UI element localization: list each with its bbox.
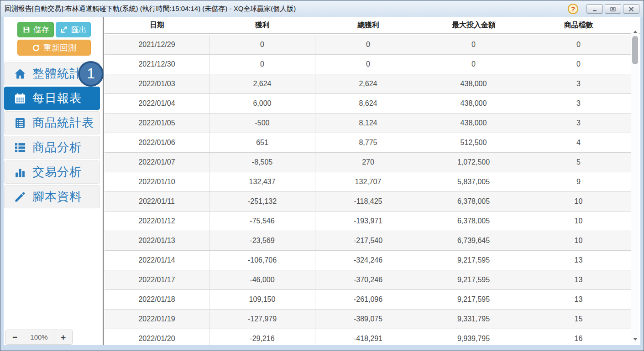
table-cell: 3 xyxy=(526,74,631,93)
save-button[interactable]: 儲存 xyxy=(17,22,54,37)
save-button-label: 儲存 xyxy=(34,25,49,35)
sidebar-item-trade-analysis[interactable]: 交易分析 xyxy=(4,160,100,184)
calendar-icon xyxy=(14,92,26,105)
table-cell: 2021/12/30 xyxy=(105,55,209,74)
daily-report-table: 日期獲利總獲利最大投入金額商品檔數 2021/12/2900002021/12/… xyxy=(105,17,640,345)
table-cell: 2022/01/20 xyxy=(105,329,209,345)
table-cell: 132,707 xyxy=(315,172,421,191)
table-cell: 512,500 xyxy=(421,133,526,152)
table-cell: -500 xyxy=(209,114,315,133)
table-cell: 0 xyxy=(526,35,631,54)
minimize-button[interactable] xyxy=(586,4,603,14)
table-cell: 8,124 xyxy=(315,114,421,133)
table-cell: -75,546 xyxy=(209,212,315,231)
table-cell: 9 xyxy=(526,172,631,191)
table-row: 2022/01/07-8,5052701,072,5005 xyxy=(105,153,631,172)
zoom-out-button[interactable]: − xyxy=(6,330,24,344)
sidebar-item-script-data[interactable]: 腳本資料 xyxy=(4,185,100,208)
table-cell: 13 xyxy=(526,270,631,289)
table-cell: 1,072,500 xyxy=(421,153,526,172)
home-icon xyxy=(14,67,26,80)
column-header: 總獲利 xyxy=(315,21,421,30)
table-cell: 0 xyxy=(209,35,315,54)
scroll-down-arrow[interactable] xyxy=(631,336,639,342)
window-title: 回測報告[自動交易]:布林通道觸碰下軌(系統) (執行時間:15:04:14) … xyxy=(5,5,296,13)
table-cell: 2,624 xyxy=(315,74,421,93)
zoom-level: 100% xyxy=(24,330,54,344)
table-cell: 3 xyxy=(526,94,631,113)
table-cell: 3 xyxy=(526,114,631,133)
table-cell: -389,075 xyxy=(315,310,421,329)
table-cell: 9,217,595 xyxy=(421,270,526,289)
maximize-button[interactable] xyxy=(605,4,621,14)
table-cell: 438,000 xyxy=(421,94,526,113)
chart-icon xyxy=(14,166,26,179)
table-cell: 9,217,595 xyxy=(421,251,526,270)
table-row: 2022/01/17-46,000-370,2469,217,59513 xyxy=(105,270,631,290)
table-cell: 270 xyxy=(315,153,421,172)
table-cell: -324,246 xyxy=(315,251,421,270)
table-row: 2021/12/290000 xyxy=(105,35,631,55)
table-row: 2022/01/032,6242,624438,0003 xyxy=(105,74,631,94)
table-cell: 5,837,005 xyxy=(421,172,526,191)
table-cell: 2022/01/11 xyxy=(105,192,209,211)
table-cell: -106,706 xyxy=(209,251,315,270)
table-cell: -217,540 xyxy=(315,231,421,250)
column-header: 最大投入金額 xyxy=(421,21,526,30)
table-cell: -193,971 xyxy=(315,212,421,231)
table-row: 2022/01/20-29,216-418,2919,939,79516 xyxy=(105,329,631,345)
annotation-badge-1: 1 xyxy=(78,61,104,87)
table-cell: 2,624 xyxy=(209,74,315,93)
sidebar-item-label: 每日報表 xyxy=(32,90,82,106)
table-cell: 13 xyxy=(526,251,631,270)
column-header: 商品檔數 xyxy=(526,21,631,30)
export-button[interactable]: 匯出 xyxy=(56,22,91,37)
zoom-in-button[interactable]: + xyxy=(54,330,72,344)
table-header-row: 日期獲利總獲利最大投入金額商品檔數 xyxy=(105,17,640,34)
table-row: 2022/01/066518,775512,5004 xyxy=(105,133,631,153)
sidebar-item-product-analysis[interactable]: 商品分析 xyxy=(4,136,100,159)
table-cell: 0 xyxy=(315,35,421,54)
refresh-icon xyxy=(32,44,40,52)
table-cell: -29,216 xyxy=(209,329,315,345)
sidebar-item-daily-report[interactable]: 每日報表 xyxy=(4,87,100,110)
sidebar-item-label: 商品統計表 xyxy=(32,115,94,131)
table-cell: -127,979 xyxy=(209,310,315,329)
rerun-backtest-button[interactable]: 重新回測 xyxy=(17,40,91,56)
scrollbar-thumb[interactable] xyxy=(632,36,638,64)
save-floppy-icon xyxy=(22,26,31,34)
table-cell: 132,437 xyxy=(209,172,315,191)
scroll-up-arrow[interactable] xyxy=(631,29,639,35)
sidebar-item-product-stats[interactable]: 商品統計表 xyxy=(4,111,100,134)
restore-icon xyxy=(610,6,616,12)
app-window: 回測報告[自動交易]:布林通道觸碰下軌(系統) (執行時間:15:04:14) … xyxy=(0,0,644,351)
table-cell: 109,150 xyxy=(209,290,315,309)
table-row: 2022/01/14-106,706-324,2469,217,59513 xyxy=(105,251,631,270)
column-header: 獲利 xyxy=(209,21,315,30)
table-cell: 8,775 xyxy=(315,133,421,152)
table-cell: 2022/01/14 xyxy=(105,251,209,270)
sidebar-item-label: 交易分析 xyxy=(32,164,82,180)
table-cell: 651 xyxy=(209,133,315,152)
table-cell: 9,331,795 xyxy=(421,310,526,329)
table-cell: 2022/01/07 xyxy=(105,153,209,172)
table-cell: -8,505 xyxy=(209,153,315,172)
help-button[interactable]: ? xyxy=(568,4,578,14)
table-cell: 6,000 xyxy=(209,94,315,113)
table-row: 2021/12/300000 xyxy=(105,55,631,74)
table-cell: 2022/01/12 xyxy=(105,212,209,231)
table-cell: 2022/01/04 xyxy=(105,94,209,113)
table-row: 2022/01/13-23,569-217,5406,739,64510 xyxy=(105,231,631,251)
table-cell: 2022/01/03 xyxy=(105,74,209,93)
table-cell: 9,939,795 xyxy=(421,329,526,345)
close-button[interactable] xyxy=(623,4,639,14)
table-cell: 6,378,005 xyxy=(421,192,526,211)
zoom-control: − 100% + xyxy=(5,330,73,345)
sidebar-item-label: 腳本資料 xyxy=(32,189,82,205)
table-cell: -261,096 xyxy=(315,290,421,309)
table-cell: 0 xyxy=(209,55,315,74)
table-cell: 0 xyxy=(421,55,526,74)
vertical-scrollbar[interactable] xyxy=(631,29,639,342)
table-cell: -46,000 xyxy=(209,270,315,289)
table-row: 2022/01/11-251,132-118,4256,378,00510 xyxy=(105,192,631,212)
